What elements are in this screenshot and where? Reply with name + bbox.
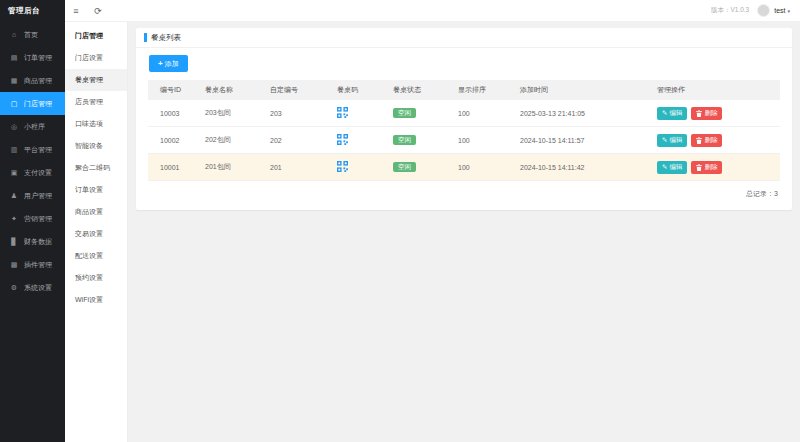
plus-icon: + — [158, 59, 163, 68]
cell-time: 2024-10-15 14:11:42 — [508, 164, 645, 171]
cell-id: 10003 — [148, 110, 193, 117]
sidebar-menu: ⌂ 首页 ▤ 订单管理 ▦ 商品管理 ▢ 门店管理 ◎ 小程序 ▥ 平台管理 ▣… — [0, 22, 65, 299]
edit-button[interactable]: ✎编辑 — [657, 134, 687, 147]
sidebar-item-payment-settings[interactable]: ▣ 支付设置 — [0, 161, 65, 184]
sidebar-item-store-management[interactable]: ▢ 门店管理 — [0, 92, 65, 115]
col-header-actions: 管理操作 — [645, 85, 780, 95]
sidebar-item-user-management[interactable]: ♟ 用户管理 — [0, 184, 65, 207]
submenu-item-aggregate-qrcode[interactable]: 聚合二维码 — [65, 157, 127, 179]
order-icon: ▤ — [9, 54, 19, 62]
user-menu[interactable]: test ▾ — [774, 7, 790, 14]
edit-button[interactable]: ✎编辑 — [657, 107, 687, 120]
sidebar-item-order-management[interactable]: ▤ 订单管理 — [0, 46, 65, 69]
app-title: 管理后台 — [0, 0, 65, 22]
cell-name: 202包间 — [193, 135, 258, 145]
status-badge: 空闲 — [393, 135, 416, 146]
submenu-title: 门店管理 — [65, 25, 127, 47]
submenu-item-delivery-settings[interactable]: 配送设置 — [65, 245, 127, 267]
sidebar-item-label: 插件管理 — [24, 260, 52, 270]
cell-number: 203 — [258, 110, 325, 117]
cell-name: 203包间 — [193, 108, 258, 118]
table-row: 10002 202包间 202 空闲 100 2024-10-15 14:11:… — [148, 127, 780, 154]
edit-button-label: 编辑 — [669, 110, 682, 117]
collapse-menu-icon[interactable]: ≡ — [65, 6, 87, 16]
add-button[interactable]: + 添加 — [149, 55, 188, 72]
submenu-item-reservation-settings[interactable]: 预约设置 — [65, 267, 127, 289]
col-header-number: 自定编号 — [258, 85, 325, 95]
sidebar-item-label: 营销管理 — [24, 214, 52, 224]
version-label: 版本：V1.0.3 — [711, 6, 749, 15]
trash-icon — [696, 164, 702, 171]
gear-icon: ⚙ — [9, 284, 19, 292]
submenu-item-taste-options[interactable]: 口味选项 — [65, 113, 127, 135]
avatar[interactable] — [757, 4, 770, 17]
submenu-item-staff-management[interactable]: 店员管理 — [65, 91, 127, 113]
col-header-sort: 显示排序 — [446, 85, 508, 95]
edit-button[interactable]: ✎编辑 — [657, 161, 687, 174]
submenu-item-trade-settings[interactable]: 交易设置 — [65, 223, 127, 245]
sidebar-item-label: 用户管理 — [24, 191, 52, 201]
cell-id: 10002 — [148, 137, 193, 144]
submenu-item-wifi-settings[interactable]: WiFi设置 — [65, 289, 127, 311]
delete-button[interactable]: 删除 — [691, 107, 722, 120]
sidebar-item-plugin-management[interactable]: ▩ 插件管理 — [0, 253, 65, 276]
topbar-right: 版本：V1.0.3 test ▾ — [711, 4, 800, 17]
delete-button-label: 删除 — [704, 164, 717, 171]
sidebar-item-marketing-management[interactable]: ✦ 营销管理 — [0, 207, 65, 230]
secondary-sidebar: 门店管理 门店设置 餐桌管理 店员管理 口味选项 智能设备 聚合二维码 订单设置… — [65, 22, 128, 442]
refresh-icon[interactable]: ⟳ — [87, 6, 109, 16]
qrcode-icon[interactable] — [337, 134, 348, 145]
submenu-item-smart-devices[interactable]: 智能设备 — [65, 135, 127, 157]
sidebar-item-label: 首页 — [24, 30, 38, 40]
col-header-qrcode: 餐桌码 — [325, 85, 381, 95]
status-badge: 空闲 — [393, 162, 416, 173]
store-icon: ▢ — [9, 100, 19, 108]
topbar: ≡ ⟳ 版本：V1.0.3 test ▾ — [65, 0, 800, 22]
sidebar-item-label: 小程序 — [24, 122, 45, 132]
sidebar-item-platform-management[interactable]: ▥ 平台管理 — [0, 138, 65, 161]
cell-number: 202 — [258, 137, 325, 144]
delete-button-label: 删除 — [704, 110, 717, 117]
status-badge: 空闲 — [393, 108, 416, 119]
cell-number: 201 — [258, 164, 325, 171]
title-accent-bar — [144, 33, 147, 42]
user-icon: ♟ — [9, 192, 19, 200]
sidebar-item-home[interactable]: ⌂ 首页 — [0, 23, 65, 46]
qrcode-icon[interactable] — [337, 107, 348, 118]
delete-button-label: 删除 — [704, 137, 717, 144]
edit-button-label: 编辑 — [669, 137, 682, 144]
trash-icon — [696, 110, 702, 117]
total-records-label: 总记录：3 — [136, 181, 792, 199]
col-header-status: 餐桌状态 — [381, 85, 446, 95]
payment-icon: ▣ — [9, 169, 19, 177]
delete-button[interactable]: 删除 — [691, 161, 722, 174]
platform-icon: ▥ — [9, 146, 19, 154]
sidebar-item-label: 商品管理 — [24, 76, 52, 86]
submenu-item-order-settings[interactable]: 订单设置 — [65, 179, 127, 201]
sidebar-item-system-settings[interactable]: ⚙ 系统设置 — [0, 276, 65, 299]
sidebar-item-label: 订单管理 — [24, 53, 52, 63]
delete-button[interactable]: 删除 — [691, 134, 722, 147]
finance-icon: ▊ — [9, 238, 19, 246]
row-actions: ✎编辑 删除 — [645, 161, 780, 174]
submenu-item-store-settings[interactable]: 门店设置 — [65, 47, 127, 69]
marketing-icon: ✦ — [9, 215, 19, 223]
sidebar-item-miniapp[interactable]: ◎ 小程序 — [0, 115, 65, 138]
sidebar-item-label: 平台管理 — [24, 145, 52, 155]
plugin-icon: ▩ — [9, 261, 19, 269]
row-actions: ✎编辑 删除 — [645, 134, 780, 147]
sidebar-item-finance-data[interactable]: ▊ 财务数据 — [0, 230, 65, 253]
cell-sort: 100 — [446, 137, 508, 144]
main-content: 餐桌列表 + 添加 编号ID 餐桌名称 自定编号 餐桌码 餐桌状态 显示排序 添… — [128, 22, 800, 442]
cell-time: 2025-03-13 21:41:05 — [508, 110, 645, 117]
submenu-item-goods-settings[interactable]: 商品设置 — [65, 201, 127, 223]
edit-button-label: 编辑 — [669, 164, 682, 171]
tables-table: 编号ID 餐桌名称 自定编号 餐桌码 餐桌状态 显示排序 添加时间 管理操作 1… — [148, 80, 780, 181]
panel-header: 餐桌列表 — [136, 28, 792, 48]
goods-icon: ▦ — [9, 77, 19, 85]
sidebar-item-label: 支付设置 — [24, 168, 52, 178]
qrcode-icon[interactable] — [337, 161, 348, 172]
cell-sort: 100 — [446, 164, 508, 171]
sidebar-item-goods-management[interactable]: ▦ 商品管理 — [0, 69, 65, 92]
submenu-item-table-management[interactable]: 餐桌管理 — [65, 69, 127, 91]
